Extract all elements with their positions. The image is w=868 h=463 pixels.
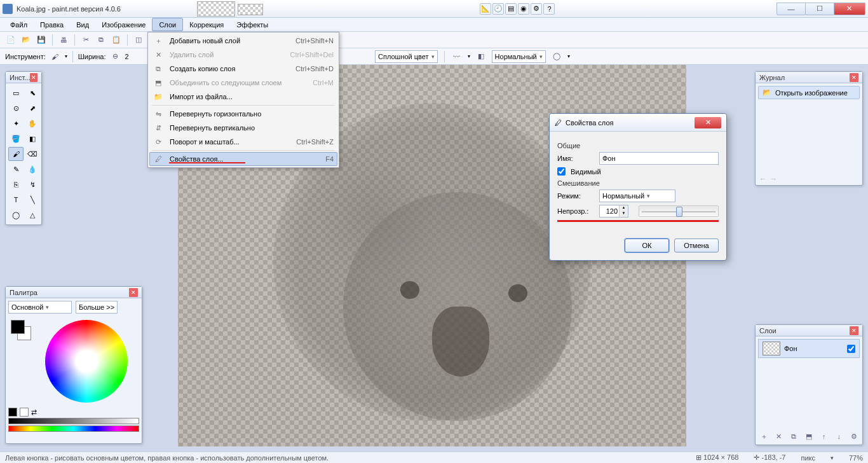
history-item[interactable]: 📂 Открыть изображение — [758, 86, 860, 99]
tool-recolor[interactable]: ↯ — [25, 177, 40, 191]
value-gradient[interactable] — [8, 418, 139, 424]
swatch[interactable] — [20, 408, 29, 417]
menu-file[interactable]: Файл — [4, 18, 34, 31]
opacity-input[interactable] — [600, 205, 619, 217]
tool-color-picker[interactable]: 💧 — [25, 162, 40, 176]
opacity-slider[interactable] — [639, 205, 719, 217]
tool-move-pixels[interactable]: ⬈ — [25, 101, 40, 115]
layer-visible-checkbox[interactable] — [847, 345, 855, 353]
crop-icon[interactable]: ◫ — [133, 34, 144, 46]
tool-shapes2[interactable]: △ — [25, 208, 40, 222]
swap-icon[interactable]: ⇄ — [31, 408, 37, 417]
close-icon[interactable]: ✕ — [129, 288, 138, 297]
close-icon[interactable]: ✕ — [30, 73, 37, 82]
layer-down-icon[interactable]: ↓ — [833, 431, 844, 442]
menu-flip-vertical[interactable]: ⇵Перевернуть вертикально — [149, 121, 337, 135]
ok-button[interactable]: ОК — [625, 238, 669, 252]
status-unit[interactable]: пикс — [801, 454, 815, 462]
tool-line[interactable]: ╲ — [25, 193, 40, 207]
menu-edit[interactable]: Правка — [34, 18, 70, 31]
tool-paintbrush[interactable]: 🖌 — [8, 147, 24, 161]
print-icon[interactable]: 🖶 — [58, 34, 69, 46]
doc-thumb[interactable] — [197, 1, 235, 17]
opacity-spinner[interactable]: ▲▼ — [599, 205, 628, 218]
menu-layers[interactable]: Слои — [152, 18, 183, 31]
visible-checkbox[interactable] — [557, 167, 566, 176]
tool-move-selection[interactable]: ⬉ — [25, 86, 40, 100]
history-back-icon[interactable]: ← — [759, 175, 766, 183]
tool-lasso[interactable]: ⊙ — [8, 101, 24, 115]
minimize-button[interactable]: — — [776, 3, 806, 15]
alpha-icon[interactable]: ◯ — [551, 51, 562, 62]
tool-pan[interactable]: ✋ — [25, 116, 40, 130]
curve-icon[interactable]: 〰 — [451, 51, 463, 62]
fill-type-combo[interactable]: Сплошной цвет▾ — [375, 50, 438, 63]
width-value[interactable]: 2 — [125, 53, 129, 60]
help-icon[interactable]: ? — [543, 3, 555, 15]
gear-icon[interactable]: ⚙ — [531, 3, 542, 15]
layers-icon[interactable]: ▤ — [505, 3, 517, 15]
tool-text[interactable]: T — [8, 193, 24, 207]
cancel-button[interactable]: Отмена — [674, 238, 719, 252]
history-panel: Журнал✕ 📂 Открыть изображение ← → — [755, 71, 863, 186]
menu-layer-properties[interactable]: 🖊Свойства слоя...F4 — [149, 152, 337, 166]
color-wheel-icon[interactable]: ◉ — [518, 3, 529, 15]
tool-pencil[interactable]: ✎ — [8, 162, 24, 176]
clock-icon[interactable]: 🕘 — [492, 3, 504, 15]
duplicate-layer-icon[interactable]: ⧉ — [788, 431, 799, 442]
history-forward-icon[interactable]: → — [770, 175, 777, 183]
doc-thumb[interactable] — [238, 4, 263, 15]
current-tool-icon[interactable]: 🖌 — [50, 51, 61, 62]
menu-view[interactable]: Вид — [70, 18, 95, 31]
cut-icon[interactable]: ✂ — [80, 34, 92, 46]
close-button[interactable]: ✕ — [834, 3, 865, 15]
menu-adjust[interactable]: Коррекция — [183, 18, 230, 31]
tool-rect-select[interactable]: ▭ — [8, 86, 24, 100]
menu-image[interactable]: Изображение — [95, 18, 152, 31]
spin-up[interactable]: ▲ — [620, 205, 628, 211]
blend-mode-select[interactable]: Нормальный▾ — [599, 190, 675, 202]
close-icon[interactable]: ✕ — [850, 73, 858, 82]
layer-properties-dialog: 🖊 Свойства слоя ✕ Общие Имя: Видимый Сме… — [549, 113, 727, 261]
color-wheel[interactable] — [45, 320, 128, 403]
tool-shapes[interactable]: ◯ — [8, 208, 24, 222]
add-layer-icon[interactable]: ＋ — [758, 431, 770, 442]
save-icon[interactable]: 💾 — [36, 34, 47, 46]
layer-name-input[interactable] — [599, 152, 719, 165]
merge-layer-icon[interactable]: ⬒ — [803, 431, 815, 442]
tool-magic-wand[interactable]: ✦ — [8, 116, 24, 130]
tool-clone[interactable]: ⎘ — [8, 177, 24, 191]
menu-add-layer[interactable]: ＋Добавить новый слойCtrl+Shift+N — [149, 34, 337, 48]
hue-gradient[interactable] — [8, 425, 139, 432]
menu-flip-horizontal[interactable]: ⇋Перевернуть горизонтально — [149, 107, 337, 121]
status-zoom[interactable]: 77% — [849, 454, 863, 462]
menu-rotate-zoom[interactable]: ⟳Поворот и масштаб...Ctrl+Shift+Z — [149, 135, 337, 149]
menu-duplicate-layer[interactable]: ⧉Создать копию слояCtrl+Shift+D — [149, 62, 337, 76]
menu-import-file[interactable]: 📁Импорт из файла... — [149, 90, 337, 104]
paste-icon[interactable]: 📋 — [111, 34, 122, 46]
maximize-button[interactable]: ☐ — [805, 3, 834, 15]
primary-secondary-swatch[interactable] — [11, 320, 31, 340]
close-icon[interactable]: ✕ — [850, 326, 858, 335]
ruler-icon[interactable]: 📐 — [480, 3, 491, 15]
tool-eraser[interactable]: ⌫ — [25, 147, 40, 161]
new-icon[interactable]: 📄 — [5, 34, 17, 46]
tool-gradient[interactable]: ◧ — [25, 132, 40, 146]
antialias-icon[interactable]: ◧ — [475, 51, 487, 62]
tool-fill[interactable]: 🪣 — [8, 132, 24, 146]
spin-down[interactable]: ▼ — [620, 211, 628, 217]
swatch[interactable] — [8, 408, 17, 417]
layer-row[interactable]: Фон — [758, 339, 860, 358]
color-channel-combo[interactable]: Основной▾ — [8, 301, 72, 314]
open-icon[interactable]: 📂 — [20, 34, 32, 46]
blend-mode-combo[interactable]: Нормальный▾ — [492, 50, 546, 63]
copy-icon[interactable]: ⧉ — [95, 34, 107, 46]
status-dimensions: ⊞ 1024 × 768 — [696, 453, 738, 462]
layer-up-icon[interactable]: ↑ — [818, 431, 830, 442]
layer-props-icon[interactable]: ⚙ — [848, 431, 860, 442]
menu-effects[interactable]: Эффекты — [230, 18, 275, 31]
dialog-close-button[interactable]: ✕ — [695, 117, 721, 128]
palette-more-button[interactable]: Больше >> — [76, 301, 118, 314]
delete-layer-icon[interactable]: ✕ — [773, 431, 785, 442]
width-decrease[interactable]: ⊖ — [110, 51, 121, 62]
